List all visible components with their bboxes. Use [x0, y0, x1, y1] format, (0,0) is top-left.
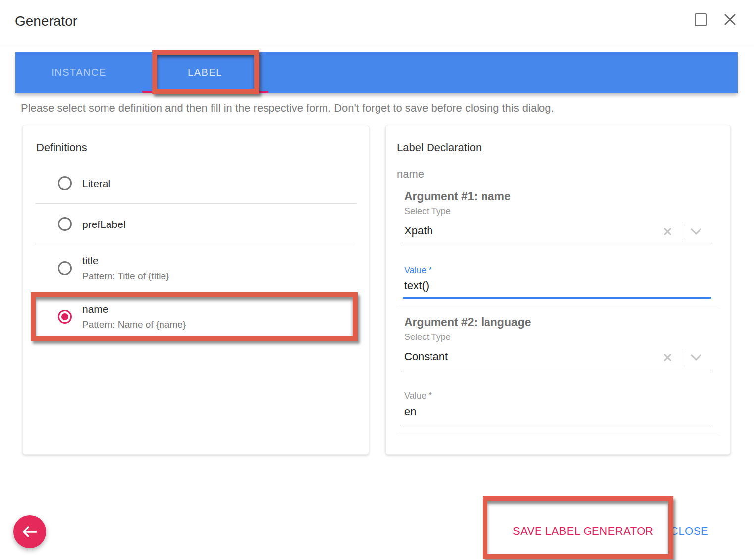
- radio-title[interactable]: [58, 261, 72, 275]
- select-underline: [403, 370, 711, 370]
- bottom-divider: [397, 436, 720, 436]
- required-asterisk: *: [429, 391, 432, 401]
- tab-instance[interactable]: INSTANCE: [15, 52, 142, 93]
- generator-dialog: Generator INSTANCE LABEL Please select s…: [0, 0, 754, 560]
- header-divider: [0, 46, 754, 46]
- select-separator: [682, 349, 682, 366]
- list-divider: [35, 203, 356, 204]
- value-underline-focused: [403, 297, 711, 299]
- tab-bar: INSTANCE LABEL: [15, 52, 738, 93]
- argument1-heading: Argument #1: name: [404, 190, 511, 203]
- label-declaration-panel: Label Declaration name Argument #1: name…: [385, 125, 731, 455]
- maximize-icon[interactable]: [695, 13, 707, 26]
- chevron-down-icon[interactable]: [690, 353, 702, 361]
- argument1-type-select[interactable]: Xpath: [404, 224, 433, 237]
- definition-label-preflabel[interactable]: prefLabel: [82, 219, 126, 230]
- radio-name[interactable]: [58, 310, 72, 324]
- argument2-select-type-label: Select Type: [404, 332, 451, 342]
- save-label-generator-button[interactable]: SAVE LABEL GENERATOR: [513, 525, 653, 538]
- active-tab-indicator: [142, 91, 268, 93]
- declaration-name: name: [397, 168, 424, 181]
- declaration-heading: Label Declaration: [397, 141, 482, 154]
- radio-preflabel[interactable]: [58, 217, 72, 231]
- argument1-value-input[interactable]: text(): [404, 280, 429, 292]
- definitions-heading: Definitions: [36, 141, 87, 154]
- required-asterisk: *: [429, 265, 432, 275]
- tab-label[interactable]: LABEL: [142, 52, 268, 93]
- close-icon[interactable]: [723, 13, 737, 26]
- radio-literal[interactable]: [58, 176, 72, 190]
- definition-label-title[interactable]: title: [82, 255, 99, 267]
- argument-divider: [397, 309, 720, 309]
- instruction-text: Please select some definition and then f…: [21, 102, 554, 114]
- clear-icon[interactable]: [662, 226, 673, 237]
- value-underline: [403, 425, 711, 425]
- back-button[interactable]: [13, 515, 46, 548]
- select-separator: [682, 224, 682, 240]
- argument2-type-select[interactable]: Constant: [404, 350, 448, 363]
- value-label-text: Value: [404, 265, 427, 275]
- argument2-value-label: Value*: [404, 391, 432, 401]
- argument1-value-label: Value*: [404, 265, 432, 276]
- list-divider: [35, 244, 356, 244]
- argument1-select-type-label: Select Type: [404, 206, 451, 217]
- clear-icon[interactable]: [662, 352, 673, 363]
- definition-pattern-title: Pattern: Title of {title}: [82, 271, 169, 281]
- value-label-text: Value: [404, 391, 427, 401]
- chevron-down-icon[interactable]: [690, 227, 702, 235]
- argument2-value-input[interactable]: en: [404, 405, 416, 418]
- definition-pattern-name: Pattern: Name of {name}: [82, 319, 186, 330]
- arrow-left-icon: [21, 525, 38, 538]
- close-dialog-button[interactable]: CLOSE: [670, 525, 708, 538]
- definition-label-name[interactable]: name: [82, 303, 108, 315]
- definitions-panel: Definitions Literal prefLabel title Patt…: [22, 125, 369, 455]
- dialog-title: Generator: [15, 13, 77, 29]
- argument2-heading: Argument #2: language: [404, 316, 531, 329]
- definition-label-literal[interactable]: Literal: [82, 178, 110, 190]
- select-underline: [403, 244, 711, 244]
